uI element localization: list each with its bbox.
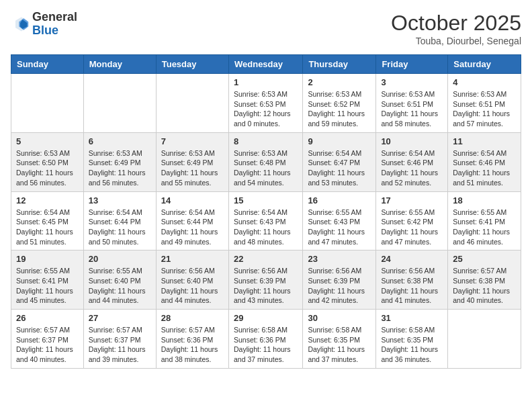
- calendar-cell: 2Sunrise: 6:53 AM Sunset: 6:52 PM Daylig…: [303, 74, 376, 133]
- calendar-cell: 24Sunrise: 6:56 AM Sunset: 6:38 PM Dayli…: [376, 250, 448, 310]
- logo-line1: General: [32, 11, 77, 24]
- calendar-cell: 17Sunrise: 6:55 AM Sunset: 6:42 PM Dayli…: [376, 191, 448, 250]
- day-number: 29: [234, 313, 298, 323]
- weekday-header: Wednesday: [228, 55, 302, 74]
- day-number: 23: [308, 254, 371, 264]
- logo: General Blue: [11, 11, 77, 38]
- day-info: Sunrise: 6:55 AM Sunset: 6:41 PM Dayligh…: [453, 208, 516, 247]
- day-info: Sunrise: 6:54 AM Sunset: 6:46 PM Dayligh…: [453, 148, 516, 188]
- day-number: 24: [381, 254, 443, 264]
- day-number: 3: [381, 77, 443, 87]
- calendar-cell: [156, 74, 228, 133]
- day-info: Sunrise: 6:57 AM Sunset: 6:37 PM Dayligh…: [89, 325, 151, 365]
- day-number: 31: [381, 313, 443, 323]
- day-number: 8: [234, 136, 298, 146]
- calendar-week-row: 1Sunrise: 6:53 AM Sunset: 6:53 PM Daylig…: [11, 74, 521, 133]
- calendar-cell: 6Sunrise: 6:53 AM Sunset: 6:49 PM Daylig…: [83, 132, 156, 191]
- location: Touba, Diourbel, Senegal: [391, 36, 521, 46]
- calendar-cell: 28Sunrise: 6:57 AM Sunset: 6:36 PM Dayli…: [156, 310, 228, 369]
- calendar-cell: 14Sunrise: 6:54 AM Sunset: 6:44 PM Dayli…: [156, 191, 228, 250]
- day-info: Sunrise: 6:53 AM Sunset: 6:53 PM Dayligh…: [234, 89, 298, 129]
- weekday-header-row: SundayMondayTuesdayWednesdayThursdayFrid…: [11, 55, 521, 74]
- day-number: 16: [308, 195, 371, 205]
- page-header: General Blue October 2025 Touba, Diourbe…: [11, 11, 521, 46]
- weekday-header: Sunday: [11, 55, 84, 74]
- calendar-cell: [83, 74, 156, 133]
- calendar: SundayMondayTuesdayWednesdayThursdayFrid…: [11, 54, 521, 369]
- day-info: Sunrise: 6:54 AM Sunset: 6:44 PM Dayligh…: [161, 208, 224, 247]
- day-info: Sunrise: 6:53 AM Sunset: 6:49 PM Dayligh…: [89, 148, 151, 188]
- calendar-cell: 12Sunrise: 6:54 AM Sunset: 6:45 PM Dayli…: [11, 191, 84, 250]
- calendar-cell: 19Sunrise: 6:55 AM Sunset: 6:41 PM Dayli…: [11, 250, 84, 310]
- day-number: 12: [16, 195, 79, 205]
- weekday-header: Friday: [376, 55, 448, 74]
- calendar-cell: 31Sunrise: 6:58 AM Sunset: 6:35 PM Dayli…: [376, 310, 448, 369]
- weekday-header: Tuesday: [156, 55, 228, 74]
- calendar-cell: 23Sunrise: 6:56 AM Sunset: 6:39 PM Dayli…: [303, 250, 376, 310]
- day-number: 2: [308, 77, 371, 87]
- calendar-cell: 25Sunrise: 6:57 AM Sunset: 6:38 PM Dayli…: [448, 250, 521, 310]
- calendar-cell: 20Sunrise: 6:55 AM Sunset: 6:40 PM Dayli…: [83, 250, 156, 310]
- day-info: Sunrise: 6:58 AM Sunset: 6:35 PM Dayligh…: [308, 325, 371, 365]
- calendar-cell: 27Sunrise: 6:57 AM Sunset: 6:37 PM Dayli…: [83, 310, 156, 369]
- title-block: October 2025 Touba, Diourbel, Senegal: [391, 11, 521, 46]
- day-number: 30: [308, 313, 371, 323]
- calendar-week-row: 26Sunrise: 6:57 AM Sunset: 6:37 PM Dayli…: [11, 310, 521, 369]
- day-info: Sunrise: 6:54 AM Sunset: 6:46 PM Dayligh…: [381, 148, 443, 188]
- day-number: 20: [89, 254, 151, 264]
- weekday-header: Saturday: [448, 55, 521, 74]
- calendar-cell: 15Sunrise: 6:54 AM Sunset: 6:43 PM Dayli…: [228, 191, 302, 250]
- day-info: Sunrise: 6:54 AM Sunset: 6:44 PM Dayligh…: [89, 208, 151, 247]
- day-number: 18: [453, 195, 516, 205]
- day-number: 13: [89, 195, 151, 205]
- day-info: Sunrise: 6:55 AM Sunset: 6:40 PM Dayligh…: [89, 266, 151, 306]
- day-info: Sunrise: 6:56 AM Sunset: 6:38 PM Dayligh…: [381, 266, 443, 306]
- day-number: 11: [453, 136, 516, 146]
- day-number: 6: [89, 136, 151, 146]
- calendar-cell: 21Sunrise: 6:56 AM Sunset: 6:40 PM Dayli…: [156, 250, 228, 310]
- day-info: Sunrise: 6:57 AM Sunset: 6:37 PM Dayligh…: [16, 325, 79, 365]
- day-info: Sunrise: 6:53 AM Sunset: 6:48 PM Dayligh…: [234, 148, 298, 188]
- calendar-cell: 5Sunrise: 6:53 AM Sunset: 6:50 PM Daylig…: [11, 132, 84, 191]
- day-number: 14: [161, 195, 224, 205]
- day-number: 9: [308, 136, 371, 146]
- calendar-cell: 9Sunrise: 6:54 AM Sunset: 6:47 PM Daylig…: [303, 132, 376, 191]
- day-info: Sunrise: 6:53 AM Sunset: 6:51 PM Dayligh…: [453, 89, 516, 129]
- logo-icon: [11, 15, 30, 34]
- calendar-cell: 16Sunrise: 6:55 AM Sunset: 6:43 PM Dayli…: [303, 191, 376, 250]
- day-info: Sunrise: 6:58 AM Sunset: 6:36 PM Dayligh…: [234, 325, 298, 365]
- day-number: 26: [16, 313, 79, 323]
- calendar-cell: 26Sunrise: 6:57 AM Sunset: 6:37 PM Dayli…: [11, 310, 84, 369]
- day-number: 10: [381, 136, 443, 146]
- calendar-week-row: 19Sunrise: 6:55 AM Sunset: 6:41 PM Dayli…: [11, 250, 521, 310]
- day-info: Sunrise: 6:55 AM Sunset: 6:43 PM Dayligh…: [308, 208, 371, 247]
- day-number: 28: [161, 313, 224, 323]
- day-info: Sunrise: 6:57 AM Sunset: 6:36 PM Dayligh…: [161, 325, 224, 365]
- day-number: 15: [234, 195, 298, 205]
- day-info: Sunrise: 6:55 AM Sunset: 6:42 PM Dayligh…: [381, 208, 443, 247]
- calendar-cell: 22Sunrise: 6:56 AM Sunset: 6:39 PM Dayli…: [228, 250, 302, 310]
- day-number: 19: [16, 254, 79, 264]
- day-number: 25: [453, 254, 516, 264]
- day-number: 4: [453, 77, 516, 87]
- day-info: Sunrise: 6:54 AM Sunset: 6:43 PM Dayligh…: [234, 208, 298, 247]
- day-info: Sunrise: 6:57 AM Sunset: 6:38 PM Dayligh…: [453, 266, 516, 306]
- day-info: Sunrise: 6:55 AM Sunset: 6:41 PM Dayligh…: [16, 266, 79, 306]
- day-info: Sunrise: 6:56 AM Sunset: 6:40 PM Dayligh…: [161, 266, 224, 306]
- weekday-header: Monday: [83, 55, 156, 74]
- logo-line2: Blue: [32, 24, 77, 38]
- day-number: 22: [234, 254, 298, 264]
- logo-text: General Blue: [32, 11, 77, 38]
- day-info: Sunrise: 6:53 AM Sunset: 6:50 PM Dayligh…: [16, 148, 79, 188]
- day-number: 1: [234, 77, 298, 87]
- calendar-week-row: 5Sunrise: 6:53 AM Sunset: 6:50 PM Daylig…: [11, 132, 521, 191]
- day-info: Sunrise: 6:53 AM Sunset: 6:52 PM Dayligh…: [308, 89, 371, 129]
- weekday-header: Thursday: [303, 55, 376, 74]
- calendar-cell: 3Sunrise: 6:53 AM Sunset: 6:51 PM Daylig…: [376, 74, 448, 133]
- day-info: Sunrise: 6:56 AM Sunset: 6:39 PM Dayligh…: [234, 266, 298, 306]
- day-info: Sunrise: 6:58 AM Sunset: 6:35 PM Dayligh…: [381, 325, 443, 365]
- calendar-cell: 30Sunrise: 6:58 AM Sunset: 6:35 PM Dayli…: [303, 310, 376, 369]
- calendar-cell: 10Sunrise: 6:54 AM Sunset: 6:46 PM Dayli…: [376, 132, 448, 191]
- day-number: 27: [89, 313, 151, 323]
- day-number: 17: [381, 195, 443, 205]
